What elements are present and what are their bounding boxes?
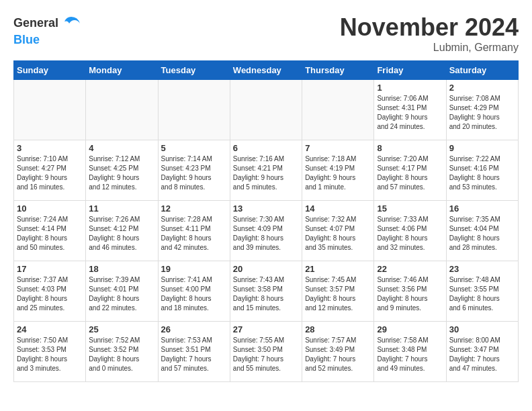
month-title: November 2024	[340, 13, 519, 42]
weekday-header: Friday	[374, 61, 446, 80]
day-info: Sunrise: 7:57 AM Sunset: 3:49 PM Dayligh…	[305, 336, 371, 373]
day-number: 12	[161, 203, 227, 214]
day-number: 19	[161, 264, 227, 274]
calendar-day-cell: 4Sunrise: 7:12 AM Sunset: 4:25 PM Daylig…	[86, 140, 158, 201]
calendar-day-cell	[302, 80, 374, 140]
day-info: Sunrise: 7:41 AM Sunset: 4:00 PM Dayligh…	[161, 275, 227, 313]
day-info: Sunrise: 7:53 AM Sunset: 3:51 PM Dayligh…	[161, 336, 227, 373]
calendar-week-row: 17Sunrise: 7:37 AM Sunset: 4:03 PM Dayli…	[14, 261, 519, 322]
weekday-header: Wednesday	[230, 61, 302, 80]
calendar-day-cell	[14, 80, 86, 140]
calendar-day-cell: 22Sunrise: 7:46 AM Sunset: 3:56 PM Dayli…	[374, 261, 446, 322]
logo: General Blue	[13, 13, 81, 47]
day-info: Sunrise: 7:55 AM Sunset: 3:50 PM Dayligh…	[233, 336, 299, 373]
day-info: Sunrise: 7:37 AM Sunset: 4:03 PM Dayligh…	[17, 275, 83, 313]
day-info: Sunrise: 7:12 AM Sunset: 4:25 PM Dayligh…	[89, 154, 154, 192]
day-number: 27	[233, 324, 299, 334]
calendar-day-cell: 24Sunrise: 7:50 AM Sunset: 3:53 PM Dayli…	[14, 322, 86, 382]
day-number: 30	[449, 324, 515, 334]
day-number: 23	[449, 264, 515, 274]
day-number: 10	[17, 203, 83, 214]
day-number: 14	[305, 203, 371, 214]
calendar-day-cell: 10Sunrise: 7:24 AM Sunset: 4:14 PM Dayli…	[14, 201, 86, 261]
day-info: Sunrise: 7:45 AM Sunset: 3:57 PM Dayligh…	[305, 275, 371, 313]
weekday-header: Sunday	[14, 61, 86, 80]
day-number: 29	[377, 324, 443, 334]
calendar-day-cell: 21Sunrise: 7:45 AM Sunset: 3:57 PM Dayli…	[302, 261, 374, 322]
calendar-day-cell	[86, 80, 158, 140]
day-number: 11	[89, 203, 154, 214]
calendar-day-cell: 26Sunrise: 7:53 AM Sunset: 3:51 PM Dayli…	[158, 322, 230, 382]
calendar-day-cell: 9Sunrise: 7:22 AM Sunset: 4:16 PM Daylig…	[446, 140, 518, 201]
day-info: Sunrise: 7:22 AM Sunset: 4:16 PM Dayligh…	[449, 154, 515, 192]
day-info: Sunrise: 7:06 AM Sunset: 4:31 PM Dayligh…	[377, 94, 443, 132]
day-number: 15	[377, 203, 443, 214]
calendar-day-cell: 7Sunrise: 7:18 AM Sunset: 4:19 PM Daylig…	[302, 140, 374, 201]
calendar-day-cell: 12Sunrise: 7:28 AM Sunset: 4:11 PM Dayli…	[158, 201, 230, 261]
logo-icon	[61, 13, 81, 34]
calendar-day-cell: 11Sunrise: 7:26 AM Sunset: 4:12 PM Dayli…	[86, 201, 158, 261]
calendar-day-cell: 2Sunrise: 7:08 AM Sunset: 4:29 PM Daylig…	[446, 80, 518, 140]
day-info: Sunrise: 7:32 AM Sunset: 4:07 PM Dayligh…	[305, 215, 371, 253]
day-number: 5	[161, 143, 227, 153]
day-info: Sunrise: 7:14 AM Sunset: 4:23 PM Dayligh…	[161, 154, 227, 192]
logo-blue: Blue	[13, 34, 81, 47]
day-number: 13	[233, 203, 299, 214]
day-number: 3	[17, 143, 83, 153]
day-number: 22	[377, 264, 443, 274]
day-number: 1	[377, 83, 443, 93]
day-info: Sunrise: 7:35 AM Sunset: 4:04 PM Dayligh…	[449, 215, 515, 253]
weekday-header: Thursday	[302, 61, 374, 80]
day-number: 18	[89, 264, 154, 274]
calendar-day-cell: 25Sunrise: 7:52 AM Sunset: 3:52 PM Dayli…	[86, 322, 158, 382]
calendar-day-cell: 5Sunrise: 7:14 AM Sunset: 4:23 PM Daylig…	[158, 140, 230, 201]
calendar-day-cell: 14Sunrise: 7:32 AM Sunset: 4:07 PM Dayli…	[302, 201, 374, 261]
day-info: Sunrise: 7:16 AM Sunset: 4:21 PM Dayligh…	[233, 154, 299, 192]
calendar-day-cell: 30Sunrise: 8:00 AM Sunset: 3:47 PM Dayli…	[446, 322, 518, 382]
calendar-day-cell: 15Sunrise: 7:33 AM Sunset: 4:06 PM Dayli…	[374, 201, 446, 261]
calendar-table: SundayMondayTuesdayWednesdayThursdayFrid…	[13, 60, 519, 382]
calendar-day-cell: 20Sunrise: 7:43 AM Sunset: 3:58 PM Dayli…	[230, 261, 302, 322]
calendar-day-cell: 18Sunrise: 7:39 AM Sunset: 4:01 PM Dayli…	[86, 261, 158, 322]
day-info: Sunrise: 7:10 AM Sunset: 4:27 PM Dayligh…	[17, 154, 83, 192]
day-number: 9	[449, 143, 515, 153]
day-number: 28	[305, 324, 371, 334]
day-number: 6	[233, 143, 299, 153]
day-number: 25	[89, 324, 154, 334]
weekday-header-row: SundayMondayTuesdayWednesdayThursdayFrid…	[14, 61, 519, 80]
day-info: Sunrise: 7:58 AM Sunset: 3:48 PM Dayligh…	[377, 336, 443, 373]
calendar-day-cell: 6Sunrise: 7:16 AM Sunset: 4:21 PM Daylig…	[230, 140, 302, 201]
day-info: Sunrise: 7:08 AM Sunset: 4:29 PM Dayligh…	[449, 94, 515, 132]
day-info: Sunrise: 7:30 AM Sunset: 4:09 PM Dayligh…	[233, 215, 299, 253]
day-number: 8	[377, 143, 443, 153]
calendar-day-cell	[158, 80, 230, 140]
day-info: Sunrise: 7:48 AM Sunset: 3:55 PM Dayligh…	[449, 275, 515, 313]
day-info: Sunrise: 7:43 AM Sunset: 3:58 PM Dayligh…	[233, 275, 299, 313]
day-number: 4	[89, 143, 154, 153]
day-number: 2	[449, 83, 515, 93]
calendar-week-row: 3Sunrise: 7:10 AM Sunset: 4:27 PM Daylig…	[14, 140, 519, 201]
page-header: General Blue November 2024 Lubmin, Germa…	[13, 13, 519, 54]
title-section: November 2024 Lubmin, Germany	[340, 13, 519, 54]
logo-general: General	[13, 17, 58, 30]
calendar-day-cell: 1Sunrise: 7:06 AM Sunset: 4:31 PM Daylig…	[374, 80, 446, 140]
day-number: 16	[449, 203, 515, 214]
day-number: 21	[305, 264, 371, 274]
calendar-week-row: 1Sunrise: 7:06 AM Sunset: 4:31 PM Daylig…	[14, 80, 519, 140]
calendar-day-cell: 16Sunrise: 7:35 AM Sunset: 4:04 PM Dayli…	[446, 201, 518, 261]
day-info: Sunrise: 7:24 AM Sunset: 4:14 PM Dayligh…	[17, 215, 83, 253]
weekday-header: Saturday	[446, 61, 518, 80]
day-info: Sunrise: 7:18 AM Sunset: 4:19 PM Dayligh…	[305, 154, 371, 192]
day-number: 7	[305, 143, 371, 153]
day-info: Sunrise: 7:20 AM Sunset: 4:17 PM Dayligh…	[377, 154, 443, 192]
day-info: Sunrise: 7:46 AM Sunset: 3:56 PM Dayligh…	[377, 275, 443, 313]
calendar-day-cell: 19Sunrise: 7:41 AM Sunset: 4:00 PM Dayli…	[158, 261, 230, 322]
day-info: Sunrise: 7:52 AM Sunset: 3:52 PM Dayligh…	[89, 336, 154, 373]
calendar-day-cell: 23Sunrise: 7:48 AM Sunset: 3:55 PM Dayli…	[446, 261, 518, 322]
day-info: Sunrise: 7:39 AM Sunset: 4:01 PM Dayligh…	[89, 275, 154, 313]
location-title: Lubmin, Germany	[340, 42, 519, 54]
calendar-day-cell: 29Sunrise: 7:58 AM Sunset: 3:48 PM Dayli…	[374, 322, 446, 382]
calendar-week-row: 10Sunrise: 7:24 AM Sunset: 4:14 PM Dayli…	[14, 201, 519, 261]
calendar-day-cell	[230, 80, 302, 140]
day-info: Sunrise: 7:50 AM Sunset: 3:53 PM Dayligh…	[17, 336, 83, 373]
